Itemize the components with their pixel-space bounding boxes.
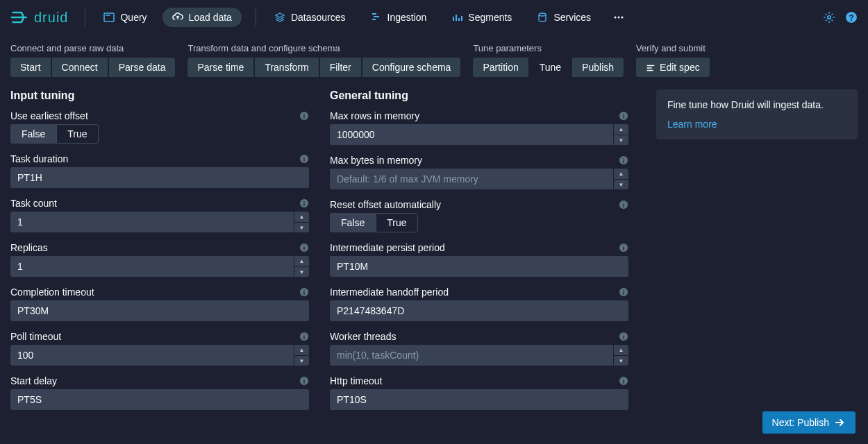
nav-load-data[interactable]: Load data bbox=[162, 8, 242, 27]
nav-more[interactable] bbox=[606, 8, 631, 27]
toggle-false[interactable]: False bbox=[330, 213, 376, 232]
field-http-timeout: Http timeout i bbox=[330, 375, 628, 410]
nav-ingestion[interactable]: Ingestion bbox=[361, 8, 437, 27]
field-worker-threads: Worker threads i ▲▼ bbox=[330, 331, 628, 366]
spin-up[interactable]: ▲ bbox=[613, 124, 628, 135]
input-tuning-column: Input tuning Use earliest offset i False… bbox=[10, 89, 309, 417]
toggle-true[interactable]: True bbox=[56, 124, 98, 144]
stage-group-transform: Transform data and configure schema Pars… bbox=[187, 43, 460, 77]
stage-partition[interactable]: Partition bbox=[473, 58, 528, 77]
input-start-delay[interactable] bbox=[10, 389, 309, 410]
input-completion-timeout[interactable] bbox=[10, 300, 309, 321]
input-intermediate-persist[interactable] bbox=[330, 256, 628, 277]
cloud-upload-icon bbox=[172, 12, 183, 23]
druid-logo-text: druid bbox=[34, 10, 68, 26]
stage-configure-schema[interactable]: Configure schema bbox=[362, 58, 461, 77]
info-icon[interactable]: i bbox=[619, 155, 628, 165]
info-icon[interactable]: i bbox=[299, 243, 309, 253]
stage-publish[interactable]: Publish bbox=[572, 58, 624, 77]
field-label: Reset offset automatically bbox=[330, 199, 441, 210]
stage-connect[interactable]: Connect bbox=[52, 58, 108, 77]
spin-up[interactable]: ▲ bbox=[294, 345, 309, 356]
svg-text:i: i bbox=[303, 113, 305, 120]
info-icon[interactable]: i bbox=[619, 332, 628, 341]
field-label: Max bytes in memory bbox=[330, 155, 422, 166]
input-task-count[interactable] bbox=[10, 212, 294, 232]
input-worker-threads[interactable] bbox=[330, 345, 613, 366]
toggle-reset-offset-auto: False True bbox=[330, 213, 628, 232]
svg-text:i: i bbox=[623, 245, 624, 252]
database-icon bbox=[537, 12, 548, 23]
spin-down[interactable]: ▼ bbox=[613, 180, 628, 190]
stage-filter[interactable]: Filter bbox=[320, 58, 361, 77]
input-max-bytes-memory[interactable] bbox=[330, 169, 613, 189]
help-icon[interactable]: ? bbox=[845, 11, 858, 24]
stage-caption: Verify and submit bbox=[636, 43, 710, 53]
toggle-false[interactable]: False bbox=[10, 124, 56, 144]
spin-down[interactable]: ▼ bbox=[294, 356, 309, 366]
field-label: Start delay bbox=[10, 375, 57, 386]
spin-up[interactable]: ▲ bbox=[294, 256, 309, 267]
input-task-duration[interactable] bbox=[10, 167, 309, 188]
info-icon[interactable]: i bbox=[299, 287, 309, 297]
druid-logo: druid bbox=[10, 8, 76, 27]
spin-down[interactable]: ▼ bbox=[294, 223, 309, 233]
learn-more-link[interactable]: Learn more bbox=[667, 119, 717, 130]
nav-query[interactable]: Query bbox=[94, 8, 156, 27]
field-label: Intermediate persist period bbox=[330, 242, 445, 253]
info-icon[interactable]: i bbox=[299, 198, 309, 208]
spin-down[interactable]: ▼ bbox=[294, 267, 309, 278]
info-icon[interactable]: i bbox=[299, 332, 309, 341]
input-replicas[interactable] bbox=[10, 256, 294, 277]
svg-text:i: i bbox=[623, 202, 624, 209]
input-poll-timeout[interactable] bbox=[10, 345, 294, 366]
svg-point-4 bbox=[621, 17, 624, 19]
field-label: Worker threads bbox=[330, 331, 396, 342]
nav-datasources[interactable]: Datasources bbox=[265, 8, 356, 27]
more-icon bbox=[613, 12, 624, 23]
input-intermediate-handoff[interactable] bbox=[330, 300, 628, 321]
info-icon[interactable]: i bbox=[619, 200, 628, 210]
stage-bar: Connect and parse raw data Start Connect… bbox=[0, 35, 868, 77]
stage-caption: Tune parameters bbox=[473, 43, 624, 53]
field-label: Completion timeout bbox=[10, 287, 94, 298]
info-icon[interactable]: i bbox=[619, 376, 628, 386]
field-start-delay: Start delay i bbox=[10, 375, 309, 410]
next-publish-button[interactable]: Next: Publish bbox=[762, 411, 856, 434]
svg-text:i: i bbox=[623, 157, 624, 164]
stage-start[interactable]: Start bbox=[10, 58, 51, 77]
stage-parse-time[interactable]: Parse time bbox=[187, 58, 253, 77]
info-icon[interactable]: i bbox=[619, 287, 628, 297]
divider bbox=[256, 8, 256, 26]
info-icon[interactable]: i bbox=[299, 154, 309, 164]
field-max-rows-memory: Max rows in memory i ▲▼ bbox=[330, 110, 628, 145]
spin-down[interactable]: ▼ bbox=[613, 135, 628, 146]
info-icon[interactable]: i bbox=[619, 243, 628, 253]
info-icon[interactable]: i bbox=[619, 111, 628, 121]
nav-segments[interactable]: Segments bbox=[442, 8, 521, 27]
gear-icon[interactable] bbox=[823, 11, 835, 24]
spin-up[interactable]: ▲ bbox=[613, 169, 628, 180]
field-completion-timeout: Completion timeout i bbox=[10, 287, 309, 321]
stage-transform[interactable]: Transform bbox=[255, 58, 318, 77]
spin-down[interactable]: ▼ bbox=[613, 356, 628, 366]
stage-tune[interactable]: Tune bbox=[530, 58, 571, 77]
toggle-true[interactable]: True bbox=[376, 213, 417, 232]
field-replicas: Replicas i ▲▼ bbox=[10, 242, 309, 277]
svg-text:i: i bbox=[303, 378, 305, 385]
stage-parse-data[interactable]: Parse data bbox=[109, 58, 176, 77]
stacked-chart-icon bbox=[451, 12, 462, 23]
spin-up[interactable]: ▲ bbox=[294, 212, 309, 223]
spin-up[interactable]: ▲ bbox=[613, 345, 628, 356]
input-max-rows-memory[interactable] bbox=[330, 124, 613, 145]
stage-edit-spec[interactable]: Edit spec bbox=[636, 58, 710, 77]
stage-group-tune: Tune parameters Partition Tune Publish bbox=[473, 43, 624, 77]
info-icon[interactable]: i bbox=[299, 376, 309, 386]
svg-text:i: i bbox=[303, 200, 305, 207]
info-icon[interactable]: i bbox=[299, 111, 309, 121]
input-http-timeout[interactable] bbox=[330, 389, 628, 410]
nav-services[interactable]: Services bbox=[527, 8, 601, 27]
field-task-count: Task count i ▲▼ bbox=[10, 198, 309, 232]
svg-text:i: i bbox=[623, 378, 624, 385]
field-label: Task count bbox=[10, 198, 57, 209]
